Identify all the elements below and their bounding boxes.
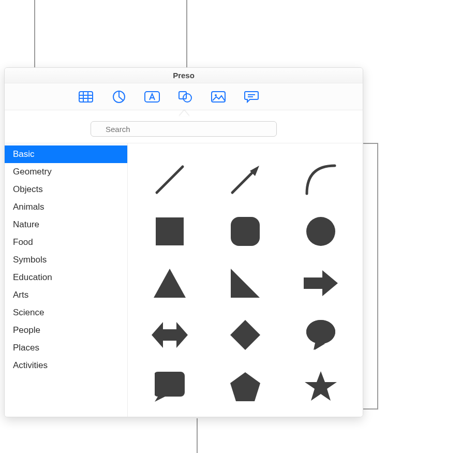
- callout-line: [363, 408, 378, 410]
- sidebar-item-label: Activities: [13, 360, 48, 370]
- callout-line: [197, 418, 198, 453]
- shape-arrow-right[interactable]: [303, 265, 339, 301]
- popover-arrow-icon: [179, 110, 189, 116]
- sidebar-item-nature[interactable]: Nature: [5, 216, 127, 233]
- shape-line[interactable]: [152, 162, 188, 198]
- svg-point-26: [306, 320, 335, 344]
- sidebar-item-places[interactable]: Places: [5, 339, 127, 357]
- window-title-text: Preso: [173, 71, 195, 80]
- sidebar-item-label: Objects: [13, 184, 43, 194]
- search-input[interactable]: [91, 121, 277, 137]
- sidebar-item-education[interactable]: Education: [5, 269, 127, 286]
- popover-body: Basic Geometry Objects Animals Nature Fo…: [5, 143, 363, 417]
- sidebar-item-label: Symbols: [13, 255, 47, 265]
- svg-marker-25: [230, 320, 260, 350]
- shape-star[interactable]: [303, 369, 339, 405]
- sidebar-item-people[interactable]: People: [5, 322, 127, 339]
- sidebar-item-label: Education: [13, 272, 52, 282]
- sidebar-item-science[interactable]: Science: [5, 304, 127, 322]
- svg-rect-0: [79, 92, 93, 102]
- chart-tool[interactable]: [111, 89, 127, 105]
- shape-square-bubble[interactable]: [152, 369, 188, 405]
- svg-marker-29: [305, 371, 337, 401]
- sidebar-item-geometry[interactable]: Geometry: [5, 163, 127, 181]
- svg-marker-23: [304, 270, 338, 296]
- comment-tool[interactable]: [244, 89, 259, 105]
- app-window: Preso: [4, 67, 363, 417]
- sidebar-item-objects[interactable]: Objects: [5, 181, 127, 198]
- sidebar-item-arts[interactable]: Arts: [5, 286, 127, 304]
- shape-pentagon[interactable]: [227, 369, 263, 405]
- shape-square[interactable]: [152, 213, 188, 250]
- text-tool[interactable]: [144, 89, 160, 105]
- sidebar-item-label: People: [13, 325, 40, 335]
- svg-point-8: [183, 94, 191, 102]
- shape-arrow-line[interactable]: [227, 162, 263, 198]
- shape-popover: Basic Geometry Objects Animals Nature Fo…: [5, 116, 363, 417]
- sidebar-item-label: Basic: [13, 149, 35, 159]
- shape-rounded-square[interactable]: [227, 213, 263, 250]
- svg-point-20: [306, 217, 335, 246]
- sidebar-item-symbols[interactable]: Symbols: [5, 251, 127, 269]
- search-row: [5, 116, 363, 143]
- category-sidebar: Basic Geometry Objects Animals Nature Fo…: [5, 143, 128, 417]
- sidebar-item-label: Science: [13, 308, 44, 317]
- shape-curve[interactable]: [303, 162, 339, 198]
- sidebar-item-activities[interactable]: Activities: [5, 357, 127, 374]
- callout-line: [377, 143, 378, 410]
- sidebar-item-food[interactable]: Food: [5, 233, 127, 251]
- shape-triangle[interactable]: [152, 265, 188, 301]
- shape-right-triangle[interactable]: [227, 265, 263, 301]
- shape-circle[interactable]: [303, 213, 339, 250]
- sidebar-item-label: Animals: [13, 202, 44, 212]
- svg-line-16: [232, 171, 254, 193]
- window-title: Preso: [5, 68, 363, 83]
- sidebar-item-basic[interactable]: Basic: [5, 145, 127, 163]
- svg-point-10: [215, 94, 217, 96]
- sidebar-item-label: Arts: [13, 290, 28, 300]
- sidebar-item-label: Nature: [13, 220, 39, 229]
- table-tool[interactable]: [78, 89, 94, 105]
- toolbar: [5, 83, 363, 110]
- svg-marker-22: [231, 269, 260, 298]
- svg-rect-7: [179, 92, 186, 99]
- shape-diamond[interactable]: [227, 317, 263, 353]
- sidebar-item-label: Places: [13, 343, 39, 353]
- shape-tool[interactable]: [177, 89, 193, 105]
- callout-line: [363, 143, 378, 144]
- svg-rect-19: [231, 217, 260, 246]
- svg-rect-18: [156, 217, 184, 245]
- svg-marker-24: [152, 322, 188, 348]
- shape-arrow-left-right[interactable]: [152, 317, 188, 353]
- shape-speech-bubble[interactable]: [303, 317, 339, 353]
- svg-marker-28: [230, 372, 260, 401]
- media-tool[interactable]: [211, 89, 226, 105]
- sidebar-item-label: Food: [13, 237, 33, 247]
- svg-line-15: [157, 167, 183, 193]
- shape-grid: [128, 143, 363, 417]
- sidebar-item-label: Geometry: [13, 167, 52, 177]
- sidebar-item-animals[interactable]: Animals: [5, 198, 127, 216]
- svg-marker-21: [154, 269, 186, 298]
- svg-rect-9: [212, 92, 225, 102]
